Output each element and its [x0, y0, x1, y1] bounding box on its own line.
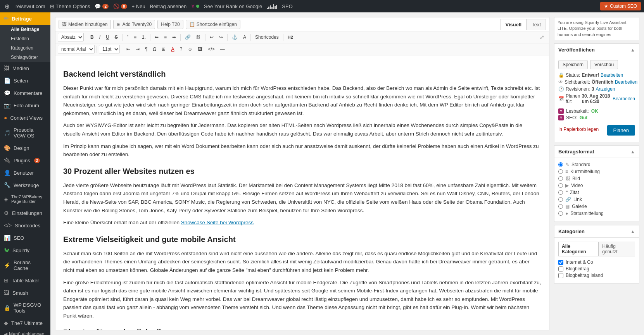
- undo-button[interactable]: ↩: [207, 33, 216, 41]
- add-twenty20-button[interactable]: ⊞ Add Twenty20: [113, 20, 155, 29]
- sidebar-item-seiten[interactable]: 📄 Seiten: [0, 74, 50, 87]
- format-radio-statusmitteilung[interactable]: [558, 211, 563, 216]
- sidebar-alle-beitraege[interactable]: Alle Beiträge: [0, 25, 50, 34]
- adminbar-yoast[interactable]: Y: [191, 3, 199, 9]
- cat-checkbox[interactable]: [558, 260, 563, 265]
- sidebar-item-plugins[interactable]: 🔌 Plugins 2: [0, 154, 50, 167]
- sidebar-item-werkzeuge[interactable]: 🔧 Werkzeuge: [0, 179, 50, 191]
- sidebar-item-benutzer[interactable]: 👤 Benutzer: [0, 167, 50, 179]
- cat-tab-frequent[interactable]: Häufig genutzt: [599, 242, 635, 256]
- sidebar-schlagwoerter[interactable]: Schlagwörter: [0, 53, 50, 62]
- help-t20-button[interactable]: Help T20: [157, 20, 183, 29]
- format-radio-standard[interactable]: [558, 162, 563, 167]
- visibility-edit-link[interactable]: Bearbeiten: [615, 79, 637, 85]
- format-radio-link[interactable]: [558, 197, 563, 202]
- sidebar-erstellen[interactable]: Erstellen: [0, 34, 50, 43]
- unlink-button[interactable]: ⛓: [194, 33, 203, 41]
- indent-button[interactable]: ⇥: [133, 45, 142, 53]
- paragraph-select[interactable]: Absatz: [58, 33, 84, 41]
- adminbar-new[interactable]: + Neu: [132, 3, 145, 9]
- format-radio-galerie[interactable]: [558, 204, 563, 209]
- redo-button[interactable]: ↪: [217, 33, 225, 41]
- font-select[interactable]: normal Arial: [58, 45, 95, 53]
- format-radio-video[interactable]: [558, 183, 563, 188]
- adminbar-seo[interactable]: SEO: [282, 3, 292, 9]
- fullscreen-button[interactable]: ⤢: [537, 33, 547, 41]
- sidebar-item-the7-wpbakery[interactable]: ◈ The7 WPBakery Page Builder: [0, 191, 50, 207]
- sidebar-item-the7-ultimate[interactable]: ◆ The7 Ultimate: [0, 317, 50, 329]
- sidebar-item-content-views[interactable]: ● Content Views: [0, 112, 50, 124]
- sidebar-item-wp-dsgvo[interactable]: 🔒 WP DSGVO Tools: [0, 299, 50, 317]
- custom-seo-button[interactable]: ★ Custom SEO: [600, 2, 641, 10]
- text-color-button[interactable]: A: [241, 33, 249, 41]
- adminbar-spam[interactable]: 🚫 0: [113, 3, 127, 9]
- veroeffentlichen-header[interactable]: Veröffentlichen ▲: [554, 44, 639, 56]
- custom2-button[interactable]: ⊞: [159, 45, 168, 53]
- sidebar-item-medien[interactable]: 🖼 Medien: [0, 62, 50, 74]
- preview-button[interactable]: Vorschau: [590, 60, 618, 69]
- sidebar-item-shortcodes[interactable]: </> Shortcodes: [0, 219, 50, 232]
- sidebar-collapse[interactable]: ◀ Menü einklappen: [0, 329, 50, 335]
- link-button[interactable]: 🔗: [183, 33, 193, 41]
- font-color2[interactable]: A: [169, 45, 176, 53]
- kategorien-header[interactable]: Kategorien ▲: [554, 225, 639, 238]
- beitragsformat-header[interactable]: Beitragsformat ▲: [554, 146, 639, 158]
- sidebar-item-borlabs[interactable]: ⚡ Borlabs Cache: [0, 256, 50, 274]
- tab-text[interactable]: Text: [527, 19, 546, 30]
- shortcodes-dropdown[interactable]: Shortcodes: [253, 33, 281, 41]
- shortcode-einfuegen-button[interactable]: 📋 Shortcode einfügen: [186, 20, 240, 29]
- source-code[interactable]: </>: [205, 45, 217, 53]
- ul-button[interactable]: ≡: [131, 33, 139, 41]
- sidebar-item-foto-album[interactable]: 📷 Foto Album: [0, 99, 50, 112]
- sidebar-item-seo[interactable]: 📊 SEO: [0, 232, 50, 244]
- plan-edit-link[interactable]: Bearbeiten: [613, 96, 635, 101]
- medien-hinzufuegen-button[interactable]: 🖼 Medien hinzufügen: [59, 20, 111, 29]
- underline-button[interactable]: U: [104, 33, 112, 41]
- format-radio-zitat[interactable]: [558, 190, 563, 195]
- emoji-button[interactable]: ☺: [185, 45, 195, 53]
- adminbar-site[interactable]: reisewut.com: [16, 3, 45, 9]
- ol-button[interactable]: 1.: [140, 33, 148, 41]
- sidebar-item-einstellungen[interactable]: ⚙ Einstellungen: [0, 207, 50, 219]
- outdent-button[interactable]: ⇤: [124, 45, 133, 53]
- save-button[interactable]: Speichern: [558, 60, 588, 69]
- status-edit-link[interactable]: Bearbeiten: [601, 72, 623, 78]
- strikethrough-button[interactable]: S: [112, 33, 120, 41]
- plan-button[interactable]: Planen: [607, 125, 635, 136]
- align-left[interactable]: ⬅: [152, 33, 161, 41]
- fontsize-select[interactable]: 11pt: [99, 45, 120, 53]
- adminbar-rank-google[interactable]: See Your Rank on Google: [204, 3, 262, 9]
- help-button[interactable]: ?: [177, 45, 185, 53]
- h2-format-button[interactable]: H2: [285, 33, 295, 41]
- sidebar-item-squirrly[interactable]: 🐿 Squirrly: [0, 244, 50, 256]
- cat-tab-all[interactable]: Alle Kategorien: [558, 242, 599, 256]
- sidebar-kategorien-sub[interactable]: Kategorien: [0, 43, 50, 53]
- sidebar-item-table-maker[interactable]: ⊞ Table Maker: [0, 274, 50, 287]
- sidebar-item-smush[interactable]: 🖼 Smush: [0, 287, 50, 299]
- format-radio-bild[interactable]: [558, 176, 563, 181]
- sidebar-item-prosodia[interactable]: 🎵 Prosodia VGW OS: [0, 124, 50, 142]
- bold-button[interactable]: B: [88, 33, 96, 41]
- blockquote-button[interactable]: ": [124, 33, 131, 41]
- adminbar-comments[interactable]: 💬 2: [95, 3, 109, 9]
- cat-checkbox[interactable]: [558, 266, 563, 271]
- tab-visuell[interactable]: Visuell: [500, 19, 527, 30]
- showcase-link[interactable]: Showcase Seite bei Wordpress: [181, 220, 254, 225]
- sidebar-item-beitraege[interactable]: ✏ Beiträge: [0, 12, 50, 25]
- format-radio-kurzmitteilung[interactable]: [558, 169, 563, 174]
- editor-content[interactable]: Backend leicht verständlich Dieser Punkt…: [55, 55, 549, 330]
- align-center[interactable]: ≡: [162, 33, 169, 41]
- wp-logo[interactable]: ⊕: [3, 2, 11, 10]
- hr-button[interactable]: —: [218, 45, 227, 53]
- omega-button[interactable]: Ω: [150, 45, 159, 53]
- align-right[interactable]: ➡: [170, 33, 178, 41]
- revisions-link[interactable]: Anzeigen: [596, 86, 615, 92]
- cat-checkbox[interactable]: [558, 273, 563, 278]
- custom-chars[interactable]: ¶: [143, 45, 150, 53]
- italic-button[interactable]: I: [97, 33, 103, 41]
- sidebar-item-design[interactable]: 🎨 Design: [0, 142, 50, 154]
- insert-image[interactable]: 🖼: [195, 45, 205, 53]
- adminbar-theme-options[interactable]: ⊞ Theme Options: [50, 3, 90, 9]
- trash-link[interactable]: In Papierkorb legen: [558, 127, 599, 132]
- anchor-button[interactable]: ⚓: [230, 33, 240, 41]
